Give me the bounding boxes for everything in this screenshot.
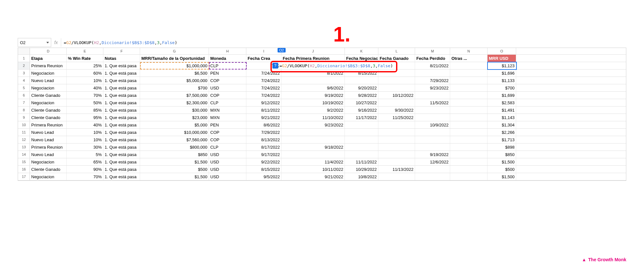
- cell[interactable]: $1,500: [488, 173, 516, 180]
- cell[interactable]: MXN: [209, 106, 246, 114]
- cell[interactable]: COP: [209, 77, 246, 84]
- cell[interactable]: $2,300,000: [140, 99, 209, 106]
- row-number[interactable]: 14: [18, 151, 30, 158]
- cell[interactable]: $1,696: [488, 69, 516, 77]
- cell[interactable]: 9/30/2022: [378, 106, 415, 114]
- cell[interactable]: [378, 121, 415, 128]
- cell[interactable]: 9/19/2022: [415, 151, 450, 158]
- row-number[interactable]: 4: [18, 77, 30, 84]
- cell[interactable]: $30,000: [140, 106, 209, 114]
- cell[interactable]: [415, 136, 450, 143]
- cell[interactable]: [345, 143, 378, 151]
- cell[interactable]: [450, 151, 488, 158]
- cell[interactable]: 40%: [67, 84, 103, 91]
- cell[interactable]: 10/8/2022: [345, 173, 378, 180]
- cell[interactable]: $898: [488, 143, 516, 151]
- cell[interactable]: [378, 99, 415, 106]
- cell[interactable]: 11/5/2022: [415, 99, 450, 106]
- header-k[interactable]: Fecha Negociacion: [345, 55, 378, 62]
- cell[interactable]: $700: [488, 84, 516, 91]
- dropdown-icon[interactable]: [46, 42, 49, 43]
- cell[interactable]: 1. Que está pasa: [103, 166, 140, 173]
- cell[interactable]: [345, 129, 378, 136]
- cell[interactable]: 60%: [67, 69, 103, 77]
- cell[interactable]: Cliente Ganado: [30, 114, 67, 121]
- cell[interactable]: COP: [209, 92, 246, 99]
- fx-icon[interactable]: fx: [51, 40, 61, 45]
- cell[interactable]: 8/1/2022: [281, 69, 345, 77]
- cell[interactable]: 10/9/2022: [415, 121, 450, 128]
- cell[interactable]: [345, 151, 378, 158]
- cell[interactable]: 9/5/2022: [246, 173, 281, 180]
- cell[interactable]: Negociacion: [30, 158, 67, 165]
- cell[interactable]: 1. Que está pasa: [103, 173, 140, 180]
- cell[interactable]: $1,713: [488, 136, 516, 143]
- cell[interactable]: $1,304: [488, 121, 516, 128]
- cell[interactable]: $7,560,000: [140, 136, 209, 143]
- cell[interactable]: [378, 84, 415, 91]
- cell[interactable]: 9/16/2022: [345, 106, 378, 114]
- cell[interactable]: [281, 151, 345, 158]
- cell[interactable]: 9/12/2022: [246, 99, 281, 106]
- cell[interactable]: [378, 151, 415, 158]
- cell[interactable]: $1,500: [488, 158, 516, 165]
- row-number[interactable]: 1: [18, 55, 30, 62]
- cell[interactable]: $1,123: [488, 62, 516, 69]
- cell[interactable]: 7/29/2022: [415, 77, 450, 84]
- cell[interactable]: [450, 62, 488, 69]
- cell[interactable]: $7,500,000: [140, 92, 209, 99]
- cell[interactable]: $1,500: [140, 173, 209, 180]
- cell[interactable]: [345, 136, 378, 143]
- cell[interactable]: 1. Que está pasa: [103, 114, 140, 121]
- cell[interactable]: [450, 173, 488, 180]
- cell[interactable]: 70%: [67, 92, 103, 99]
- cell[interactable]: 10%: [67, 129, 103, 136]
- cell[interactable]: 40%: [67, 121, 103, 128]
- cell[interactable]: [378, 69, 415, 77]
- cell[interactable]: Negociacion: [30, 99, 67, 106]
- cell[interactable]: [450, 77, 488, 84]
- cell[interactable]: Negociacion: [30, 84, 67, 91]
- col-header-E[interactable]: E: [67, 48, 103, 54]
- cell[interactable]: 1. Que está pasa: [103, 151, 140, 158]
- cell[interactable]: 10/19/2022: [281, 99, 345, 106]
- cell[interactable]: CLP: [209, 143, 246, 151]
- header-g[interactable]: MRR/Tamaño de la Oportunidad: [140, 55, 209, 62]
- cell[interactable]: 1. Que está pasa: [103, 106, 140, 114]
- cell[interactable]: [415, 92, 450, 99]
- header-e[interactable]: % Win Rate: [67, 55, 103, 62]
- cell[interactable]: 9/20/2022: [345, 84, 378, 91]
- cell[interactable]: COP: [209, 129, 246, 136]
- cell[interactable]: [281, 129, 345, 136]
- cell[interactable]: 70%: [67, 173, 103, 180]
- row-number[interactable]: 13: [18, 143, 30, 151]
- cell[interactable]: [345, 121, 378, 128]
- cell[interactable]: 8/6/2022: [246, 121, 281, 128]
- cell[interactable]: 1. Que está pasa: [103, 158, 140, 165]
- cell[interactable]: [415, 143, 450, 151]
- header-l[interactable]: Fecha Ganado: [378, 55, 415, 62]
- cell[interactable]: $2,583: [488, 99, 516, 106]
- cell[interactable]: Negociacion: [30, 69, 67, 77]
- row-number[interactable]: 17: [18, 173, 30, 180]
- cell[interactable]: USD: [209, 158, 246, 165]
- cell[interactable]: 1. Que está pasa: [103, 69, 140, 77]
- cell[interactable]: 12/6/2022: [415, 158, 450, 165]
- cell[interactable]: [378, 136, 415, 143]
- cell[interactable]: $800,000: [140, 143, 209, 151]
- cell[interactable]: 7/24/2022: [246, 69, 281, 77]
- cell[interactable]: $500: [488, 166, 516, 173]
- cell[interactable]: 9/17/2022: [246, 151, 281, 158]
- cell[interactable]: USD: [209, 151, 246, 158]
- row-number[interactable]: 7: [18, 99, 30, 106]
- cell[interactable]: 7/24/2022: [246, 77, 281, 84]
- cell[interactable]: 95%: [67, 114, 103, 121]
- cell[interactable]: Cliente Ganado: [30, 106, 67, 114]
- row-number[interactable]: 5: [18, 84, 30, 91]
- cell[interactable]: [378, 129, 415, 136]
- cell[interactable]: [378, 77, 415, 84]
- col-header-L[interactable]: L: [378, 48, 415, 54]
- cell[interactable]: $1,500: [140, 158, 209, 165]
- cell[interactable]: 1. Que está pasa: [103, 99, 140, 106]
- header-n[interactable]: Otras ...: [450, 55, 488, 62]
